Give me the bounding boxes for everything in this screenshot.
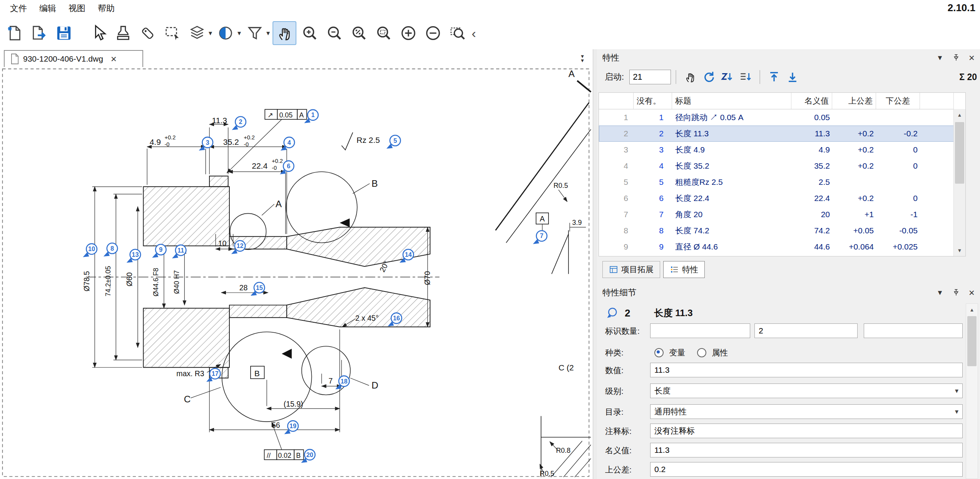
balloon-3[interactable]: 3 <box>199 137 213 151</box>
layers-icon[interactable] <box>186 22 208 44</box>
scroll-up-icon[interactable]: ▲ <box>966 304 978 315</box>
balloon-17[interactable]: 17 <box>206 368 220 382</box>
tab-properties[interactable]: 特性 <box>663 261 705 278</box>
qty-input-1[interactable] <box>650 323 750 338</box>
scroll-up-icon[interactable]: ▲ <box>954 109 965 121</box>
toolbar-collapse-icon[interactable]: ‹ <box>472 27 476 40</box>
drawing-dim-text: Ø70 <box>423 271 431 285</box>
drawing-dim-text: 56 <box>272 421 280 429</box>
table-scrollbar[interactable]: ▲ ▼ <box>953 109 965 256</box>
panel-close-icon[interactable]: × <box>969 52 975 64</box>
table-row[interactable]: 55粗糙度Rz 2.52.5 <box>599 174 954 190</box>
menu-help[interactable]: 帮助 <box>92 1 121 16</box>
zoom-fit-icon[interactable] <box>348 22 370 44</box>
drawing-canvas[interactable]: 11.3↗0.05A4.9+0.2-035.2+0.2-0Rz 2.522.4+… <box>0 67 593 479</box>
properties-toolbar: 启动: Σ 20 <box>597 67 980 87</box>
marquee-select-icon[interactable] <box>161 22 184 44</box>
details-scrollbar[interactable]: ▲ <box>966 303 978 479</box>
tag-icon[interactable] <box>137 22 159 44</box>
scrollbar-thumb[interactable] <box>967 316 977 366</box>
table-row[interactable]: 33长度 4.94.9+0.20 <box>599 142 954 158</box>
panel-menu-chevron-icon[interactable]: ▼ <box>937 54 943 61</box>
pin-icon[interactable] <box>952 288 960 297</box>
column-nominal[interactable]: 名义值 <box>791 93 832 109</box>
table-row[interactable]: 77角度 2020+1-1 <box>599 206 954 223</box>
tab-close-icon[interactable]: × <box>111 54 117 64</box>
scroll-down-icon[interactable]: ▼ <box>954 245 965 256</box>
start-input[interactable] <box>629 70 671 84</box>
panel-close-icon[interactable]: × <box>969 287 975 299</box>
decrease-icon[interactable] <box>422 22 444 44</box>
column-no[interactable]: 没有。 <box>634 93 672 109</box>
increase-icon[interactable] <box>397 22 420 44</box>
open-document-icon[interactable] <box>28 22 50 44</box>
menu-view[interactable]: 视图 <box>62 1 92 16</box>
balloon-7[interactable]: 7 <box>533 231 547 244</box>
tab-project-extension[interactable]: 项目拓展 <box>602 261 660 278</box>
balloon-18[interactable]: 18 <box>335 376 349 389</box>
table-row[interactable]: 11径向跳动 ↗ 0.05 A0.05 <box>599 109 954 126</box>
zoom-window-icon[interactable] <box>447 22 469 44</box>
balloon-style-icon[interactable] <box>215 22 237 44</box>
new-document-icon[interactable] <box>3 22 26 44</box>
balloon-19[interactable]: 19 <box>284 421 298 434</box>
pan-icon[interactable] <box>273 21 296 45</box>
zoom-out-icon[interactable] <box>323 22 346 44</box>
balloon-style-dropdown-icon[interactable]: ▾ <box>237 29 241 37</box>
catalog-select[interactable]: 通用特性 ▾ <box>650 404 963 419</box>
panel-menu-chevron-icon[interactable]: ▼ <box>937 289 943 296</box>
sort-z-icon[interactable] <box>719 69 736 85</box>
balloon-stamp-icon[interactable] <box>112 22 134 44</box>
nominal-input[interactable] <box>650 443 963 457</box>
column-title[interactable]: 标题 <box>672 93 791 109</box>
qty-input-2[interactable] <box>754 323 858 338</box>
scrollbar-thumb[interactable] <box>955 122 964 184</box>
radio-attribute[interactable] <box>697 348 706 357</box>
menu-file[interactable]: 文件 <box>4 1 33 16</box>
pin-icon[interactable] <box>952 54 960 62</box>
drawing-dim-text: Ø40 H7 <box>173 270 181 294</box>
catalog-label: 目录: <box>605 407 624 417</box>
zoom-in-icon[interactable] <box>299 22 321 44</box>
document-tab[interactable]: 930-1200-406-V1.dwg × <box>4 50 143 67</box>
tab-overflow-icon[interactable]: ▾▾ <box>577 52 588 65</box>
balloon-4[interactable]: 4 <box>281 137 294 151</box>
layers-dropdown-icon[interactable]: ▾ <box>209 29 212 37</box>
drawing-dim-text: +0.2 <box>244 134 255 141</box>
radio-variable[interactable] <box>654 348 664 357</box>
right-panel-column: 特性 ▼ × 启动: Σ 20 <box>597 49 980 479</box>
balloon-15[interactable]: 15 <box>251 282 264 296</box>
value-input[interactable] <box>650 363 963 377</box>
table-row[interactable]: 88长度 74.274.2+0.05-0.05 <box>599 223 954 239</box>
balloon-8[interactable]: 8 <box>104 243 117 256</box>
table-row-selected[interactable]: 22长度 11.311.3+0.2-0.2 <box>599 126 954 142</box>
move-bottom-icon[interactable] <box>784 69 801 85</box>
renumber-list-icon[interactable] <box>737 69 754 85</box>
menu-edit[interactable]: 编辑 <box>33 1 62 16</box>
filter-dropdown-icon[interactable]: ▾ <box>266 29 270 37</box>
qty-input-3[interactable] <box>864 323 963 338</box>
class-select[interactable]: 长度 ▾ <box>650 384 963 398</box>
select-cursor-icon[interactable] <box>87 22 110 44</box>
zoom-region-icon[interactable] <box>373 22 395 44</box>
table-row[interactable]: 99直径 Ø 44.644.6+0.064+0.025 <box>599 239 954 255</box>
table-row[interactable]: 44长度 35.235.2+0.20 <box>599 158 954 174</box>
move-top-icon[interactable] <box>766 69 783 85</box>
table-row[interactable]: 66长度 22.422.4+0.20 <box>599 190 954 206</box>
svg-text:6: 6 <box>287 162 290 169</box>
upper-tolerance-input[interactable] <box>650 462 963 477</box>
balloon-2[interactable]: 2 <box>232 117 246 130</box>
filter-icon[interactable] <box>244 22 266 44</box>
refresh-icon[interactable] <box>700 69 717 85</box>
radio-attribute-label: 属性 <box>712 348 728 357</box>
class-select-value: 长度 <box>654 385 671 396</box>
balloon-5[interactable]: 5 <box>386 135 400 149</box>
column-upper[interactable]: 上公差 <box>832 93 876 109</box>
drawing-dim-text: 2 x 45° <box>355 314 379 322</box>
balloon-13[interactable]: 13 <box>127 249 140 263</box>
note-input[interactable] <box>650 424 963 438</box>
balloon-11[interactable]: 11 <box>172 245 186 258</box>
save-icon[interactable] <box>53 22 75 44</box>
column-lower[interactable]: 下公差 <box>876 93 920 109</box>
pick-hand-icon[interactable] <box>682 69 699 85</box>
